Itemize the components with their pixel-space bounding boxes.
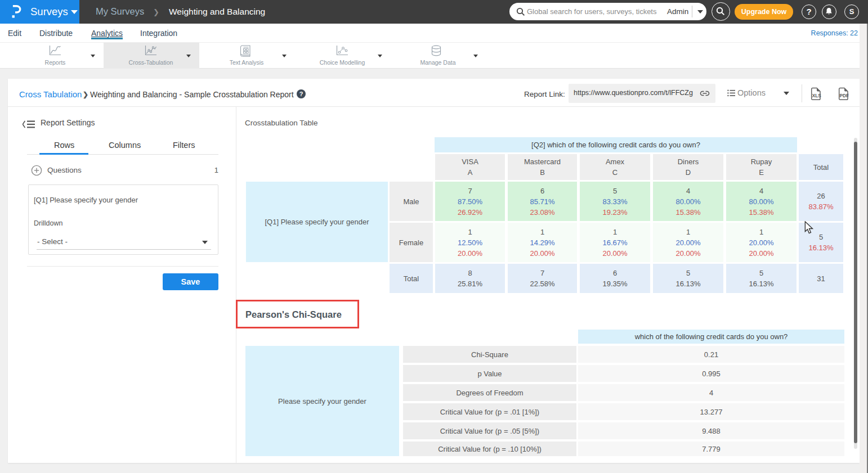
svg-text:XLS: XLS [812,93,821,98]
svg-text:PDF: PDF [840,93,849,98]
